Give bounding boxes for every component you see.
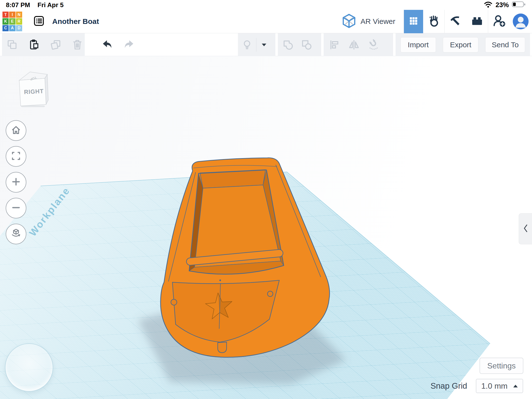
orbit-joystick[interactable] [5,343,53,392]
logo-tile: C [2,25,9,31]
battery-icon [512,1,526,9]
grid-view-button[interactable] [404,10,423,33]
hand-icon [427,14,441,29]
fit-view-button[interactable] [6,146,26,167]
undo-icon[interactable] [100,38,114,51]
group-divider [256,38,256,52]
view-cube[interactable]: TOP RIGHT [15,68,52,110]
design-menu-button[interactable] [29,10,49,33]
logo-tile: E [9,18,15,24]
delete-icon[interactable] [71,39,83,51]
minecraft-export-button[interactable] [445,10,466,33]
logo-tile: N [16,12,22,18]
caret-up-icon [513,385,518,387]
minecraft-pickaxe-icon [449,14,462,29]
fit-view-icon [10,150,22,163]
add-person-icon [492,14,507,29]
edit-toolbar: Import Export Send To [0,33,532,56]
align-icon[interactable] [328,39,340,51]
logo-tile: A [9,25,15,31]
redo-icon[interactable] [123,38,136,51]
ar-viewer-label: AR Viewer [361,17,395,26]
logo-tile: K [2,18,9,24]
chevron-left-icon [522,223,529,234]
logo-tile: R [16,18,22,24]
group-icon[interactable] [282,39,294,51]
ar-cube-icon [341,13,357,30]
panel-collapse-tab[interactable] [519,213,532,244]
wifi-icon [484,1,493,9]
send-to-button[interactable]: Send To [485,37,525,52]
oarlock-right [267,291,273,297]
duplicate-icon[interactable] [50,39,62,51]
home-view-button[interactable] [6,120,26,141]
logo-tile: T [2,12,9,18]
lego-brick-icon [470,14,484,29]
show-all-icon[interactable] [241,39,253,50]
zoom-in-button[interactable] [6,172,26,193]
magnet-icon[interactable] [367,39,380,51]
ar-viewer-button[interactable]: AR Viewer [333,10,404,33]
status-bar: 8:07 PM Fri Apr 5 23% [0,0,532,10]
settings-button[interactable]: Settings [480,358,523,374]
logo-tile: I [9,12,15,18]
grid-view-icon [408,16,419,27]
copy-icon[interactable] [6,39,18,51]
paste-icon[interactable] [28,39,40,51]
app-header: TINKERCAD Another Boat AR Viewer [0,10,532,33]
tinkercad-logo[interactable]: TINKERCAD [2,12,22,31]
date: Fri Apr 5 [37,1,64,9]
view-cube-front-label: RIGHT [24,88,44,95]
minus-icon [10,202,22,215]
perspective-cube-icon [10,228,22,240]
logo-tile: D [16,25,22,31]
avatar[interactable] [513,14,529,29]
snap-grid-value: 1.0 mm [481,382,508,391]
mirror-icon[interactable] [348,39,360,51]
hand-mode-button[interactable] [423,10,444,33]
oarlock-left [171,299,177,305]
snap-grid-label: Snap Grid [431,381,467,391]
clock: 8:07 PM [6,1,30,9]
snap-grid-select[interactable]: 1.0 mm [476,379,523,393]
dropdown-caret-icon[interactable] [260,41,268,49]
plus-icon [10,176,22,189]
design-title[interactable]: Another Boat [52,17,99,26]
import-button[interactable]: Import [400,37,436,52]
ungroup-icon[interactable] [300,39,313,51]
export-button[interactable]: Export [443,37,478,52]
brick-export-button[interactable] [466,10,488,33]
stern-peg [218,342,227,353]
zoom-out-button[interactable] [6,198,26,218]
design-menu-icon [33,15,45,28]
3d-viewport[interactable]: Workplane [0,0,532,399]
battery-percent: 23% [496,1,509,9]
home-icon [10,124,22,137]
add-collaborator-button[interactable] [488,10,511,33]
perspective-toggle-button[interactable] [6,224,26,244]
